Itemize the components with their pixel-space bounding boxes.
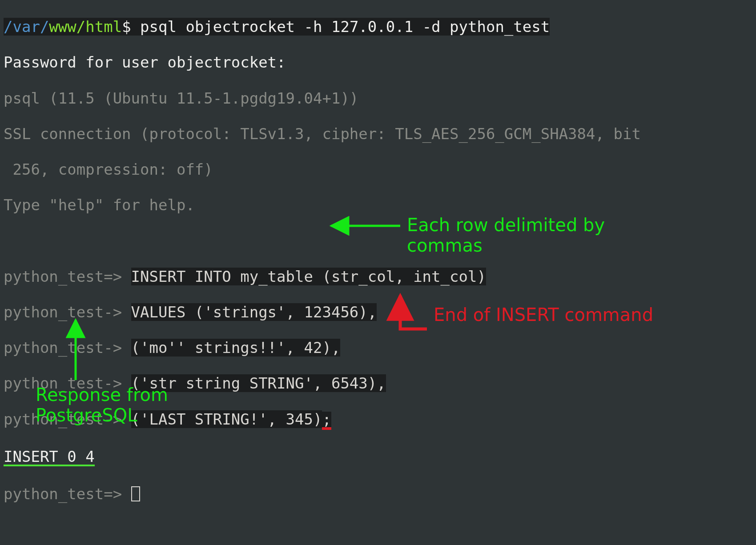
- password-line: Password for user objectrocket:: [4, 53, 752, 71]
- insert-result-line: INSERT 0 4: [4, 448, 752, 466]
- sql-line-1: python_test=> INSERT INTO my_table (str_…: [4, 268, 752, 285]
- anno-response: Response from PostgreSQL: [36, 385, 267, 425]
- insert-result: INSERT 0 4: [4, 449, 95, 466]
- sql-insert-1: INSERT INTO my_table (str_col, int_col): [131, 268, 486, 285]
- cwd-green: www/html: [49, 18, 122, 36]
- help-line: Type "help" for help.: [4, 196, 752, 214]
- psql-prompt-final: python_test=>: [4, 485, 131, 503]
- psql-cont-prompt: python_test->: [4, 303, 131, 321]
- anno-end-cmd: End of INSERT command: [434, 305, 683, 325]
- ssl-line-2: 256, compression: off): [4, 160, 752, 178]
- prompt-dollar: $: [122, 18, 131, 36]
- sql-line-3: python_test-> ('mo'' strings!!', 42),: [4, 339, 752, 357]
- sql-semicolon: ;: [322, 412, 331, 430]
- final-prompt-line: python_test=>: [4, 484, 752, 503]
- psql-cont-prompt: python_test->: [4, 339, 131, 357]
- cursor[interactable]: [131, 486, 140, 501]
- sql-values: VALUES ('strings', 123456),: [131, 303, 377, 321]
- sql-row-2-comma: ,: [331, 339, 340, 357]
- cwd-blue: /var/: [4, 18, 49, 36]
- psql-prompt: python_test=>: [4, 268, 131, 285]
- ssl-line-1: SSL connection (protocol: TLSv1.3, ciphe…: [4, 125, 752, 143]
- terminal[interactable]: /var/www/html$ psql objectrocket -h 127.…: [0, 0, 756, 521]
- cmd-line: /var/www/html$ psql objectrocket -h 127.…: [4, 18, 752, 36]
- psql-version: psql (11.5 (Ubuntu 11.5-1.pgdg19.04+1)): [4, 89, 752, 107]
- psql-command: psql objectrocket -h 127.0.0.1 -d python…: [131, 18, 550, 36]
- sql-row-2: ('mo'' strings!!', 42): [131, 339, 331, 357]
- anno-row-delim: Each row delimited by commas: [407, 215, 656, 256]
